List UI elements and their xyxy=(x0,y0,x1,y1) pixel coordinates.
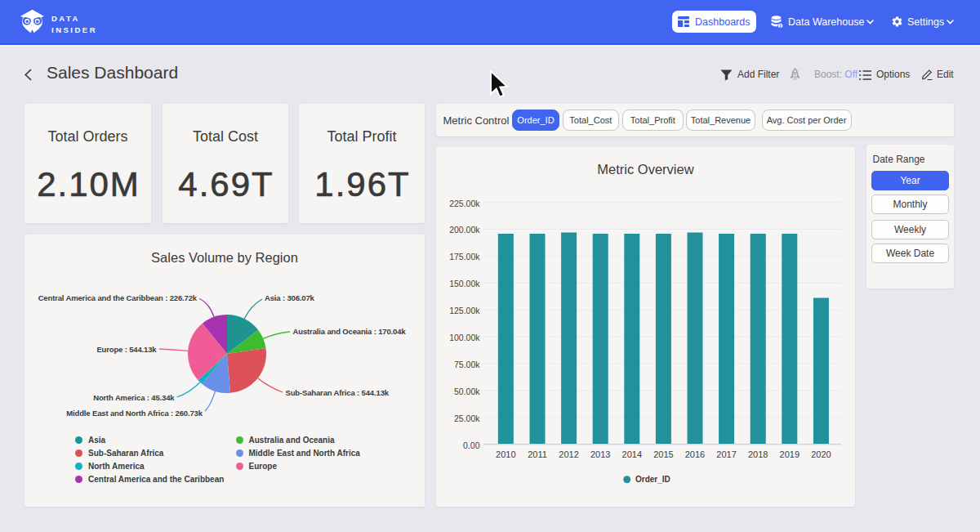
svg-text:2019: 2019 xyxy=(780,449,800,459)
svg-text:2015: 2015 xyxy=(653,449,673,459)
svg-text:75.00k: 75.00k xyxy=(454,360,480,369)
svg-text:2020: 2020 xyxy=(811,449,831,459)
svg-text:25.00k: 25.00k xyxy=(454,414,480,423)
svg-text:Asia : 306.07k: Asia : 306.07k xyxy=(265,293,315,302)
svg-text:200.00k: 200.00k xyxy=(449,225,480,235)
svg-text:Europe : 544.13k: Europe : 544.13k xyxy=(96,345,157,354)
svg-text:2013: 2013 xyxy=(590,449,610,459)
svg-text:150.00k: 150.00k xyxy=(449,279,480,288)
svg-text:225.00k: 225.00k xyxy=(449,199,480,208)
svg-text:2014: 2014 xyxy=(622,449,642,459)
svg-text:175.00k: 175.00k xyxy=(449,252,480,262)
svg-text:100.00k: 100.00k xyxy=(449,333,480,342)
svg-text:2010: 2010 xyxy=(496,449,515,459)
svg-text:Middle East and North Africa :: Middle East and North Africa : 260.73k xyxy=(66,409,203,418)
svg-text:Central America and the Caribb: Central America and the Caribbean : 226.… xyxy=(38,293,198,302)
svg-text:Order_ID: Order_ID xyxy=(635,475,670,484)
svg-text:2018: 2018 xyxy=(748,449,768,459)
svg-text:2011: 2011 xyxy=(528,449,547,459)
svg-text:Metric Overview: Metric Overview xyxy=(597,162,693,177)
svg-text:Sub-Saharan Africa : 544.13k: Sub-Saharan Africa : 544.13k xyxy=(286,388,390,397)
svg-text:0.00: 0.00 xyxy=(463,440,480,450)
svg-text:Australia and Oceania : 170.04: Australia and Oceania : 170.04k xyxy=(293,327,407,336)
svg-text:2012: 2012 xyxy=(559,449,578,459)
svg-text:125.00k: 125.00k xyxy=(449,306,480,315)
svg-text:2016: 2016 xyxy=(685,449,705,459)
svg-text:50.00k: 50.00k xyxy=(454,387,480,396)
svg-text:2017: 2017 xyxy=(716,449,736,459)
svg-text:North America : 45.34k: North America : 45.34k xyxy=(93,393,175,402)
